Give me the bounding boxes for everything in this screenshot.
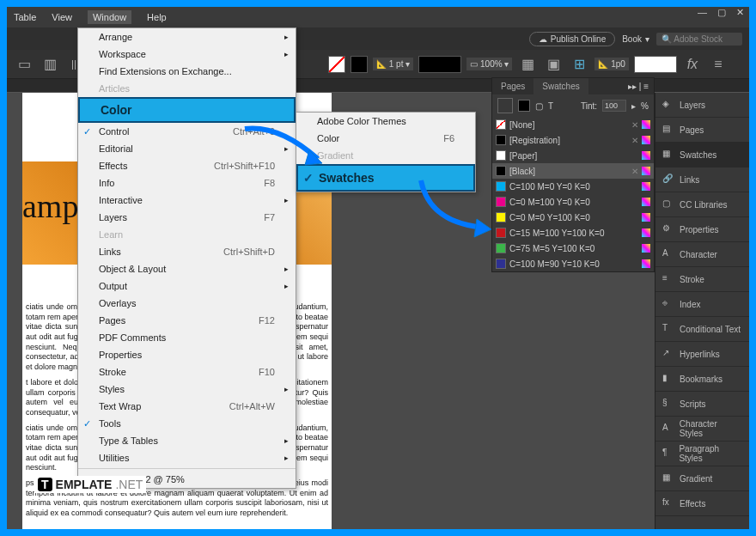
close-button[interactable]: ✕ <box>736 7 744 18</box>
panel-tab-effects[interactable]: fxEffects <box>655 491 749 516</box>
panel-tab-stroke[interactable]: ≡Stroke <box>655 267 749 292</box>
cloud-icon: ☁ <box>539 34 547 44</box>
swatches-list: [None]✕[Registration]✕[Paper][Black]✕C=1… <box>492 117 654 271</box>
menu-item-workspace[interactable]: Workspace <box>78 46 296 63</box>
swatch-row[interactable]: C=100 M=90 Y=10 K=0 <box>492 256 654 271</box>
distribute-icon[interactable]: ⊞ <box>569 54 589 75</box>
swatch-row[interactable]: C=75 M=5 Y=100 K=0 <box>492 241 654 256</box>
container-icon[interactable]: ▢ <box>535 101 543 111</box>
menu-item-type-tables[interactable]: Type & Tables <box>78 432 296 449</box>
menu-view[interactable]: View <box>52 12 72 22</box>
arrow-annotation-2 <box>412 172 498 241</box>
maximize-button[interactable]: ▢ <box>717 7 726 18</box>
collapse-icon[interactable]: ▸▸ | ≡ <box>623 78 654 94</box>
window-menu: ArrangeWorkspaceFind Extensions on Excha… <box>77 27 296 489</box>
tab-swatches[interactable]: Swatches <box>533 78 588 94</box>
menu-item-pages[interactable]: PagesF12 <box>78 312 296 329</box>
color-mode-icon <box>642 213 650 222</box>
type-icon[interactable]: T <box>548 101 553 111</box>
swatch-name: [Black] <box>509 167 535 176</box>
stroke-mini-swatch[interactable] <box>518 100 530 112</box>
tint-slider-icon[interactable]: ▸ <box>631 101 636 111</box>
fill-mini-swatch[interactable] <box>497 98 513 113</box>
panel-tab-character-styles[interactable]: ACharacter Styles <box>655 417 749 442</box>
swatch-row[interactable]: [None]✕ <box>492 117 654 132</box>
swatch-row[interactable]: C=15 M=100 Y=100 K=0 <box>492 225 654 241</box>
align-icon[interactable]: ▦ <box>517 54 538 75</box>
swatch-row[interactable]: [Paper] <box>492 148 654 163</box>
hyper-icon: ↗ <box>662 348 674 360</box>
swatch-row[interactable]: [Registration]✕ <box>492 132 654 148</box>
swatch-row[interactable]: C=100 M=0 Y=0 K=0 <box>492 179 654 194</box>
swatches-header: ▢ T Tint: ▸ % <box>492 94 654 117</box>
stroke-style[interactable] <box>418 56 461 73</box>
menu-item-links[interactable]: LinksCtrl+Shift+D <box>78 243 296 260</box>
panel-tab-gradient[interactable]: ▦Gradient <box>655 466 749 491</box>
cond-icon: T <box>662 323 674 335</box>
menu-item-styles[interactable]: Styles <box>78 381 296 398</box>
color-mode-icon <box>642 259 650 268</box>
menu-item-learn[interactable]: Learn <box>78 226 296 243</box>
stroke-weight-input[interactable]: 📐 1 pt ▾ <box>373 58 413 70</box>
tint-input[interactable] <box>602 100 626 112</box>
wrap-icon[interactable]: ▣ <box>543 54 564 75</box>
panel-tab-swatches[interactable]: ▦Swatches <box>655 143 749 168</box>
panel-tabs: Pages Swatches ▸▸ | ≡ <box>492 78 654 94</box>
publish-online-button[interactable]: ☁ Publish Online <box>529 32 615 46</box>
menu-item-properties[interactable]: Properties <box>78 346 296 363</box>
menu-item-utilities[interactable]: Utilities <box>78 449 296 466</box>
menu-item-interactive[interactable]: Interactive <box>78 192 296 209</box>
menu-item-stroke[interactable]: StrokeF10 <box>78 363 296 381</box>
color-mode-icon <box>642 136 650 144</box>
minimize-button[interactable]: — <box>698 7 707 18</box>
props-icon: ⚙ <box>662 223 674 235</box>
panel-tab-conditional-text[interactable]: TConditional Text <box>655 317 749 342</box>
swatch-row[interactable]: C=0 M=100 Y=0 K=0 <box>492 194 654 210</box>
search-input[interactable]: 🔍 Adobe Stock <box>656 33 742 46</box>
panel-tab-hyperlinks[interactable]: ↗Hyperlinks <box>655 342 749 367</box>
fill-swatch[interactable] <box>328 56 345 73</box>
workspace-dropdown[interactable]: Book ▾ <box>622 34 649 44</box>
menu-item-pdf-comments[interactable]: PDF Comments <box>78 329 296 346</box>
menu-window[interactable]: Window <box>88 10 131 24</box>
swatch-row[interactable]: [Black]✕ <box>492 163 654 179</box>
menu-item-find-extensions-on-exchange-[interactable]: Find Extensions on Exchange... <box>78 63 296 80</box>
fx-icon[interactable]: fx <box>682 54 703 75</box>
arrow-annotation-1 <box>236 120 331 180</box>
menu-item-text-wrap[interactable]: Text WrapCtrl+Alt+W <box>78 398 296 415</box>
menu-item-color[interactable]: Color <box>78 97 296 123</box>
panel-tab-bookmarks[interactable]: ▮Bookmarks <box>655 367 749 392</box>
zoom-input[interactable]: ▭ 100% ▾ <box>466 58 512 70</box>
panel-tab-links[interactable]: 🔗Links <box>655 168 749 192</box>
color-mode-icon <box>642 182 650 191</box>
menu-item-articles[interactable]: Articles <box>78 80 296 97</box>
menu-help[interactable]: Help <box>147 12 167 22</box>
panel-tab-index[interactable]: ⎆Index <box>655 292 749 317</box>
menu-item-object-layout[interactable]: Object & Layout <box>78 260 296 277</box>
menu-item-overlays[interactable]: Overlays <box>78 295 296 312</box>
inset-input[interactable]: 📐 1p0 <box>594 58 628 70</box>
menu-item-output[interactable]: Output <box>78 277 296 295</box>
panel-tab-properties[interactable]: ⚙Properties <box>655 217 749 242</box>
panel-tab-character[interactable]: ACharacter <box>655 242 749 267</box>
swatch-chip <box>496 135 506 145</box>
swatch-name: C=0 M=100 Y=0 K=0 <box>509 198 590 207</box>
color-mode-icon <box>642 198 650 206</box>
swatch-name: C=75 M=5 Y=100 K=0 <box>509 244 594 253</box>
menu-item-tools[interactable]: ✓Tools <box>78 415 296 432</box>
panel-tab-cc-libraries[interactable]: ▢CC Libraries <box>655 192 749 217</box>
panel-tab-layers[interactable]: ◈Layers <box>655 93 749 118</box>
panel-menu-icon[interactable]: ≡ <box>708 54 729 75</box>
menu-item-layers[interactable]: LayersF7 <box>78 209 296 226</box>
guides-icon[interactable]: ▥ <box>40 54 60 75</box>
panel-tab-pages[interactable]: ▤Pages <box>655 118 749 143</box>
panel-tab-scripts[interactable]: §Scripts <box>655 392 749 417</box>
menu-table[interactable]: Table <box>14 12 36 22</box>
stroke-swatch[interactable] <box>351 56 368 73</box>
page-icon[interactable]: ▭ <box>14 54 34 75</box>
opacity-swatch[interactable] <box>634 56 677 73</box>
swatch-row[interactable]: C=0 M=0 Y=100 K=0 <box>492 210 654 225</box>
menu-item-arrange[interactable]: Arrange <box>78 28 296 46</box>
tab-pages[interactable]: Pages <box>492 78 533 94</box>
panel-tab-paragraph-styles[interactable]: ¶Paragraph Styles <box>655 442 749 466</box>
